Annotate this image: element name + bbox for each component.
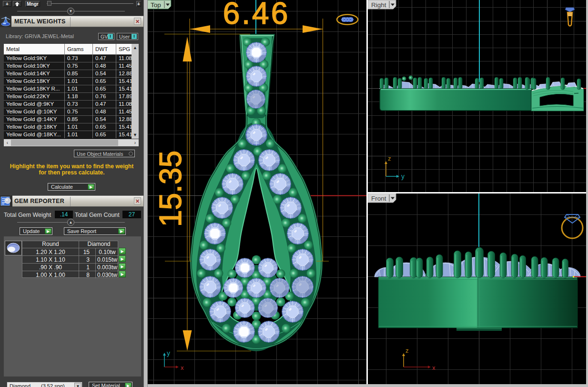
svg-text:z: z [406,347,409,354]
svg-text:y: y [167,349,170,357]
svg-text:Right: Right [371,1,386,9]
svg-text:Top: Top [151,1,161,9]
svg-text:6.46: 6.46 [223,0,290,31]
svg-text:y: y [401,173,405,180]
svg-text:Front: Front [371,195,386,202]
svg-text:z: z [388,155,391,162]
svg-text:x: x [432,364,436,371]
svg-text:15.35: 15.35 [153,151,188,227]
svg-text:x: x [181,364,184,371]
